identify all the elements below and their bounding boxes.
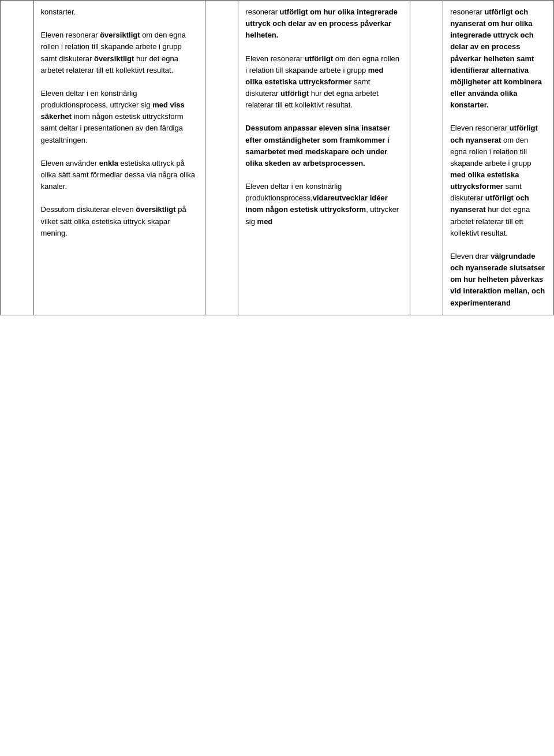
cell-col3: resonerar utförligt och nyanserat om hur… [443,1,554,315]
col2-text: resonerar utförligt om hur olika integre… [245,6,402,228]
cell-right-empty [410,1,443,315]
col1-text: konstarter. Eleven resonerar översiktlig… [41,6,198,239]
cell-col2: resonerar utförligt om hur olika integre… [238,1,410,315]
col3-text: resonerar utförligt och nyanserat om hur… [450,6,546,309]
cell-col1: konstarter. Eleven resonerar översiktlig… [33,1,205,315]
content-row: konstarter. Eleven resonerar översiktlig… [1,1,554,315]
cell-left-empty [1,1,34,315]
main-table: konstarter. Eleven resonerar översiktlig… [0,0,554,315]
cell-middle-empty [205,1,238,315]
